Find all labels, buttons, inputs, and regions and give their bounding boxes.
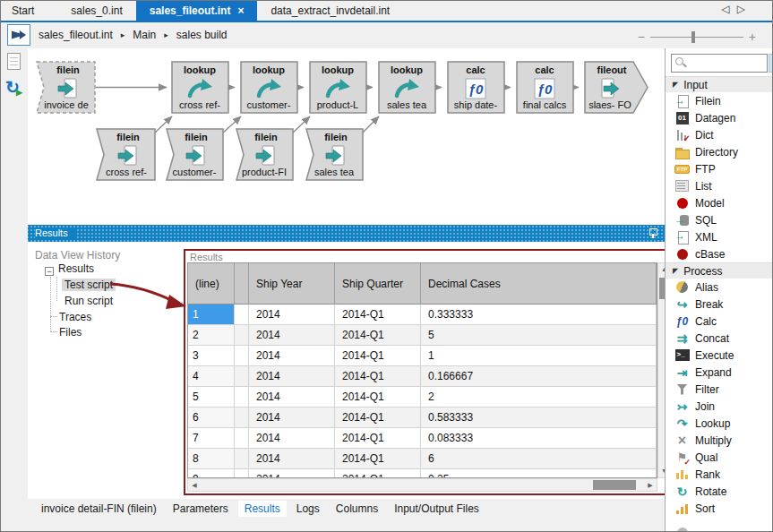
palette-item-break[interactable]: Break (666, 296, 773, 313)
ship-year-cell[interactable]: 2014 (249, 449, 335, 469)
tree-item-run-script[interactable]: Run script (64, 295, 113, 307)
ship-year-cell[interactable]: 2014 (249, 408, 335, 428)
ship-quarter-cell[interactable]: 2014-Q1 (335, 469, 421, 478)
palette-item-partial[interactable] (666, 517, 773, 532)
document-icon[interactable] (7, 53, 21, 70)
tab-sales-0[interactable]: sales_0.int (57, 1, 135, 21)
palette-item-list[interactable]: List (666, 177, 773, 194)
palette-search-input[interactable] (671, 54, 768, 73)
node-filein-invoice[interactable]: filein invoice de (37, 62, 95, 113)
ship-year-cell[interactable]: 2014 (249, 366, 335, 387)
tree-item-test-script[interactable]: Test script (62, 279, 116, 291)
column-header-ship-quarter[interactable]: Ship Quarter (335, 263, 421, 305)
scroll-left-icon[interactable]: ◀ (188, 479, 201, 491)
palette-item-qual[interactable]: Qual (666, 449, 773, 466)
node-calc-shipdate[interactable]: calc ƒ0 ship date- (448, 62, 504, 113)
breadcrumb-item-main[interactable]: Main (133, 29, 156, 41)
node-filein-crossref[interactable]: filein cross ref- (97, 129, 155, 180)
node-filein-product[interactable]: filein product-FI (236, 129, 293, 180)
tab-start[interactable]: Start (1, 1, 45, 21)
line-number-cell[interactable]: 7 (188, 428, 235, 449)
ship-quarter-cell[interactable]: 2014-Q1 (335, 408, 421, 428)
palette-item-ftp[interactable]: FTP (666, 160, 773, 177)
ship-quarter-cell[interactable]: 2014-Q1 (335, 325, 421, 346)
line-number-cell[interactable]: 9 (188, 469, 235, 478)
pin-icon[interactable] (648, 228, 657, 238)
palette-item-datagen[interactable]: Datagen (666, 109, 773, 126)
bottom-tab-results[interactable]: Results (238, 501, 287, 517)
palette-item-expand[interactable]: Expand (666, 364, 773, 381)
decimal-cases-cell[interactable]: 5 (421, 325, 657, 346)
node-lookup-customer[interactable]: lookup customer- (241, 62, 297, 113)
ship-quarter-cell[interactable]: 2014-Q1 (335, 346, 421, 366)
ship-year-cell[interactable]: 2014 (249, 469, 335, 478)
node-filein-salesteam[interactable]: filein sales tea (306, 129, 363, 180)
palette-item-rotate[interactable]: Rotate (666, 483, 773, 500)
ship-quarter-cell[interactable]: 2014-Q1 (335, 305, 421, 325)
palette-section-process[interactable]: ◤ Process (666, 262, 773, 279)
horizontal-scroll-thumb[interactable] (593, 480, 636, 490)
column-header-line[interactable]: (line) (188, 263, 235, 305)
breadcrumb-item-sales-build[interactable]: sales build (176, 29, 228, 41)
palette-item-lookup[interactable]: Lookup (666, 415, 773, 432)
ship-year-cell[interactable]: 2014 (249, 346, 335, 366)
line-number-cell[interactable]: 2 (188, 325, 235, 346)
zoom-out-button[interactable]: − (638, 30, 645, 44)
node-filein-customer[interactable]: filein customer- (167, 129, 223, 180)
palette-item-directory[interactable]: Directory (666, 143, 773, 160)
palette-item-sql[interactable]: SQL (666, 211, 773, 228)
decimal-cases-cell[interactable]: 0.25 (421, 469, 657, 478)
tree-item-traces[interactable]: Traces (59, 311, 91, 323)
bottom-tab-parameters[interactable]: Parameters (167, 501, 235, 517)
line-number-cell[interactable]: 1 (188, 305, 235, 325)
zoom-slider-track[interactable] (650, 37, 743, 38)
bottom-tab-io-files[interactable]: Input/Output Files (388, 501, 485, 517)
search-filter-button[interactable] (769, 54, 773, 73)
node-fileout-sales[interactable]: fileout slaes- FO (585, 62, 648, 113)
decimal-cases-cell[interactable]: 0.083333 (421, 428, 657, 449)
palette-item-rank[interactable]: Rank (666, 466, 773, 483)
dataflow-canvas[interactable]: filein invoice de lookup cross ref- (28, 48, 665, 225)
column-header-ship-year[interactable]: Ship Year (249, 263, 335, 305)
palette-item-dict[interactable]: Dict (666, 126, 773, 143)
palette-item-cbase[interactable]: cBase (666, 245, 773, 262)
tree-collapse-toggle[interactable]: − (45, 267, 54, 276)
decimal-cases-cell[interactable]: 0.333333 (421, 305, 657, 325)
ship-quarter-cell[interactable]: 2014-Q1 (335, 366, 421, 387)
line-number-cell[interactable]: 3 (188, 346, 235, 366)
ship-quarter-cell[interactable]: 2014-Q1 (335, 449, 421, 469)
tab-scroll-right-icon[interactable]: ▷ (737, 3, 752, 15)
decimal-cases-cell[interactable]: 2 (421, 387, 657, 408)
tab-sales-fileout[interactable]: sales_fileout.int × (136, 1, 258, 21)
palette-item-calc[interactable]: Calc (666, 313, 773, 330)
palette-item-concat[interactable]: Concat (666, 330, 773, 347)
run-button[interactable] (7, 24, 30, 46)
scroll-right-icon[interactable]: ▶ (644, 479, 657, 491)
ship-quarter-cell[interactable]: 2014-Q1 (335, 428, 421, 449)
decimal-cases-cell[interactable]: 0.166667 (421, 366, 657, 387)
line-number-cell[interactable]: 4 (188, 366, 235, 387)
palette-item-xml[interactable]: XML (666, 228, 773, 245)
decimal-cases-cell[interactable]: 0.583333 (421, 408, 657, 428)
palette-item-join[interactable]: Join (666, 398, 773, 415)
tab-scroll-left-icon[interactable]: ◁ (722, 3, 737, 15)
palette-item-filein[interactable]: Filein (666, 92, 773, 109)
decimal-cases-cell[interactable]: 1 (421, 346, 657, 366)
palette-item-multiply[interactable]: Multiply (666, 432, 773, 449)
ship-year-cell[interactable]: 2014 (249, 325, 335, 346)
palette-item-sort[interactable]: Sort (666, 500, 773, 517)
palette-section-input[interactable]: ◤ Input (666, 76, 773, 92)
bottom-tab-invoice-detail[interactable]: invoice detail-FIN (filein) (35, 501, 163, 517)
tree-item-files[interactable]: Files (59, 326, 82, 339)
ship-year-cell[interactable]: 2014 (249, 428, 335, 449)
line-number-cell[interactable]: 8 (188, 449, 235, 469)
ship-quarter-cell[interactable]: 2014-Q1 (335, 387, 421, 408)
column-header-decimal-cases[interactable]: Decimal Cases (421, 263, 657, 305)
bottom-tab-columns[interactable]: Columns (330, 501, 384, 517)
breadcrumb-item-file[interactable]: sales_fileout.int (39, 29, 113, 41)
ship-year-cell[interactable]: 2014 (249, 387, 335, 408)
node-calc-finalcalcs[interactable]: calc ƒ0 final calcs (517, 62, 573, 113)
refresh-history-icon[interactable]: ↻▶ (5, 77, 20, 98)
tree-item-results[interactable]: Results (58, 262, 94, 275)
tab-data-extract[interactable]: data_extract_invdetail.int (257, 1, 403, 21)
